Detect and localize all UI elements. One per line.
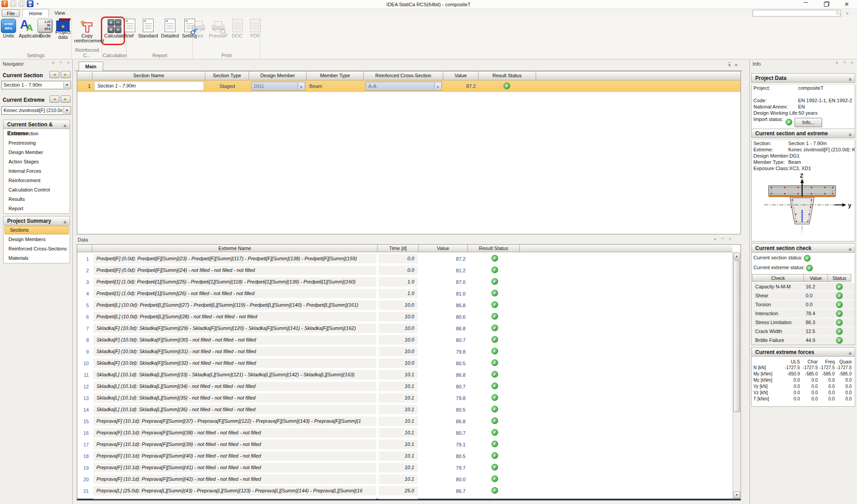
nav-item-report[interactable]: Report	[4, 204, 70, 213]
search-input[interactable]	[754, 10, 833, 16]
extreme-row[interactable]: 2Predpeti[F] (0.0d): Predpeti[F][Summ](2…	[77, 265, 732, 276]
next-extreme-button[interactable]	[61, 96, 71, 103]
close-button[interactable]: ✕	[836, 0, 857, 9]
extreme-row[interactable]: 10Skladka[F] (10.0d): Skladka[F][Summ](3…	[77, 358, 732, 369]
extreme-row[interactable]: 22Preprava[L] (25.0d): Preprava[L][Summ]…	[77, 497, 732, 499]
close-panel-icon[interactable]	[728, 237, 732, 242]
nav-item-sections[interactable]: Sections	[4, 226, 69, 234]
group-header[interactable]: Project Summary	[3, 216, 70, 225]
tab-list-icon[interactable]	[728, 63, 731, 67]
nav-item-action-stages[interactable]: Action Stages	[4, 157, 70, 167]
extreme-name-cell[interactable]: Skladka[F] (10.0d): Skladka[F][Summ](31)…	[93, 347, 376, 356]
nav-item-prestressing[interactable]: Prestressing	[4, 138, 70, 148]
extreme-name-cell[interactable]: Preprava[F] (10.1d): Preprava[F][Summ](4…	[93, 475, 376, 484]
nav-item-calculation-control[interactable]: Calculation Control	[4, 185, 70, 195]
panel-menu-icon[interactable]	[835, 61, 839, 66]
design-member-select[interactable]: DG1	[251, 82, 305, 91]
collapse-chevron-icon[interactable]	[849, 130, 852, 139]
column-header-value[interactable]: Value	[419, 245, 468, 252]
extreme-row[interactable]: 6Predpeti[L] (10.0d): Predpeti[L][Summ](…	[77, 311, 732, 323]
extreme-name-cell[interactable]: Preprava[L] (25.0d): Preprava[L][Summ](4…	[93, 498, 376, 499]
column-header-rownum[interactable]	[77, 71, 92, 80]
column-header-time[interactable]: Time [d]	[378, 245, 419, 252]
extreme-row[interactable]: 5Predpeti[L] (10.0d): Predpeti[L][Summ](…	[77, 300, 732, 311]
code-button[interactable]: Code	[37, 18, 54, 39]
close-tab-icon[interactable]	[734, 63, 738, 67]
column-header-value[interactable]: Value	[443, 71, 478, 80]
scroll-down-icon[interactable]	[733, 492, 740, 498]
previous-extreme-button[interactable]	[50, 96, 59, 103]
detailed-button[interactable]: Detailed	[160, 18, 180, 39]
extreme-name-cell[interactable]: Predpeti[F] (0.0d): Predpeti[F][Summ](23…	[93, 254, 376, 263]
extreme-row[interactable]: 12Skladka[L] (10.1d): Skladka[L][Summ](3…	[77, 381, 732, 392]
application-button[interactable]: Application	[18, 18, 36, 39]
extreme-row[interactable]: 20Preprava[F] (10.1d): Preprava[F][Summ]…	[77, 474, 732, 485]
collapse-chevron-icon[interactable]	[64, 121, 67, 130]
column-header-section-type[interactable]: Section Type	[205, 71, 249, 80]
extreme-row[interactable]: 11Skladka[L] (10.1d): Skladka[L][Summ](3…	[77, 369, 732, 381]
extreme-row[interactable]: 16Preprava[F] (10.1d): Preprava[F][Summ]…	[77, 427, 732, 439]
extreme-row[interactable]: 18Preprava[F] (10.1d): Preprava[F][Summ]…	[77, 450, 732, 462]
extreme-row[interactable]: 17Preprava[F] (10.1d): Preprava[F][Summ]…	[77, 439, 732, 450]
nav-item-results[interactable]: Results	[4, 195, 70, 204]
extreme-name-cell[interactable]: Skladka[F] (10.0d): Skladka[F][Summ](32)…	[93, 358, 376, 368]
extreme-row[interactable]: 1Predpeti[F] (0.0d): Predpeti[F][Summ](2…	[77, 253, 732, 265]
group-header[interactable]: Current section and extreme	[751, 129, 855, 138]
group-header[interactable]: Current section check	[751, 243, 855, 253]
vertical-scrollbar[interactable]	[732, 252, 740, 499]
scrollbar-thumb[interactable]	[733, 260, 740, 412]
pin-icon[interactable]	[58, 61, 63, 66]
extreme-name-cell[interactable]: Skladka[F] (10.0d): Skladka[F][Summ](29)…	[93, 324, 376, 333]
nav-item-materials[interactable]: Materials	[4, 254, 70, 263]
extreme-name-cell[interactable]: Preprava[F] (10.1d): Preprava[F][Summ](4…	[93, 451, 376, 461]
group-header[interactable]: Current Section & Extreme	[3, 120, 70, 129]
extreme-name-cell[interactable]: Skladka[L] (10.1d): Skladka[L][Summ](36)…	[93, 405, 376, 414]
extreme-name-cell[interactable]: Preprava[F] (10.1d): Preprava[F][Summ](3…	[93, 428, 376, 437]
extreme-row[interactable]: 7Skladka[F] (10.0d): Skladka[F][Summ](29…	[77, 323, 732, 334]
restore-button[interactable]	[816, 0, 836, 9]
project-data-button[interactable]: Project data	[54, 18, 71, 40]
previous-section-button[interactable]	[50, 71, 59, 78]
extreme-name-cell[interactable]: Preprava[F] (10.1d): Preprava[F][Summ](3…	[93, 440, 376, 449]
extreme-name-cell[interactable]: Skladka[L] (10.1d): Skladka[L][Summ](34)…	[93, 382, 376, 391]
group-header[interactable]: Project Data	[751, 73, 855, 83]
collapse-ribbon-icon[interactable]	[846, 11, 852, 16]
pin-icon[interactable]	[720, 237, 725, 242]
column-header-reinforced-cross-section[interactable]: Reinforced Cross-Section	[364, 71, 443, 80]
extreme-row[interactable]: 14Skladka[L] (10.1d): Skladka[L][Summ](3…	[77, 404, 732, 416]
extreme-row[interactable]: 9Skladka[F] (10.0d): Skladka[F][Summ](31…	[77, 346, 732, 358]
tab-file[interactable]: File	[2, 9, 20, 17]
extreme-name-cell[interactable]: Predpeti[1] (1.0d): Predpeti[1][Summ](26…	[93, 289, 376, 298]
nav-item-design-member[interactable]: Design Member	[4, 148, 70, 157]
extreme-row[interactable]: 13Skladka[L] (10.1d): Skladka[L][Summ](3…	[77, 392, 732, 404]
extreme-name-cell[interactable]: Skladka[L] (10.1d): Skladka[L][Summ](35)…	[93, 393, 376, 403]
extreme-name-cell[interactable]: Predpeti[L] (10.0d): Predpeti[L][Summ](2…	[93, 300, 376, 310]
panel-menu-icon[interactable]	[51, 61, 55, 66]
extreme-name-cell[interactable]: Preprava[F] (10.1d): Preprava[F][Summ](4…	[93, 463, 376, 472]
tab-home[interactable]: Home	[22, 9, 49, 17]
search-box[interactable]	[753, 10, 841, 17]
close-panel-icon[interactable]	[850, 61, 854, 66]
extreme-name-cell[interactable]: Skladka[F] (10.0d): Skladka[F][Summ](30)…	[93, 335, 376, 345]
standard-button[interactable]: Standard	[137, 18, 159, 39]
extreme-name-cell[interactable]: Predpeti[1] (1.0d): Predpeti[1][Summ](25…	[93, 277, 376, 287]
tab-main[interactable]: Main	[79, 62, 103, 71]
nav-item-reinforcement[interactable]: Reinforcement	[4, 176, 70, 185]
extreme-row[interactable]: 4Predpeti[1] (1.0d): Predpeti[1][Summ](2…	[77, 288, 732, 300]
extreme-row[interactable]: 21Preprava[L] (25.0d): Preprava[L][Summ]…	[77, 485, 732, 497]
close-panel-icon[interactable]	[66, 61, 71, 66]
chevron-down-icon[interactable]	[63, 107, 70, 114]
nav-item-reinforced-cross-sections[interactable]: Reinforced Cross-Sections	[4, 244, 70, 254]
extreme-row[interactable]: 19Preprava[F] (10.1d): Preprava[F][Summ]…	[77, 462, 732, 474]
extreme-name-cell[interactable]: Predpeti[L] (10.0d): Predpeti[L][Summ](2…	[93, 312, 376, 321]
extreme-name-cell[interactable]: Predpeti[F] (0.0d): Predpeti[F][Summ](24…	[93, 266, 376, 275]
column-header-result-status[interactable]: Result Status	[468, 245, 520, 252]
extreme-name-cell[interactable]: Preprava[F] (10.1d): Preprava[F][Summ](3…	[93, 417, 376, 426]
current-extreme-select[interactable]: Konec zivotnosti[F] (210.0d): Ko	[1, 106, 71, 115]
pin-icon[interactable]	[842, 61, 847, 66]
panel-menu-icon[interactable]	[713, 237, 717, 242]
minimize-button[interactable]	[795, 0, 816, 9]
next-section-button[interactable]	[61, 71, 71, 78]
copy-reinforcement-button[interactable]: ★ Copy reinforcement	[73, 18, 101, 44]
chevron-down-icon[interactable]	[63, 82, 70, 88]
